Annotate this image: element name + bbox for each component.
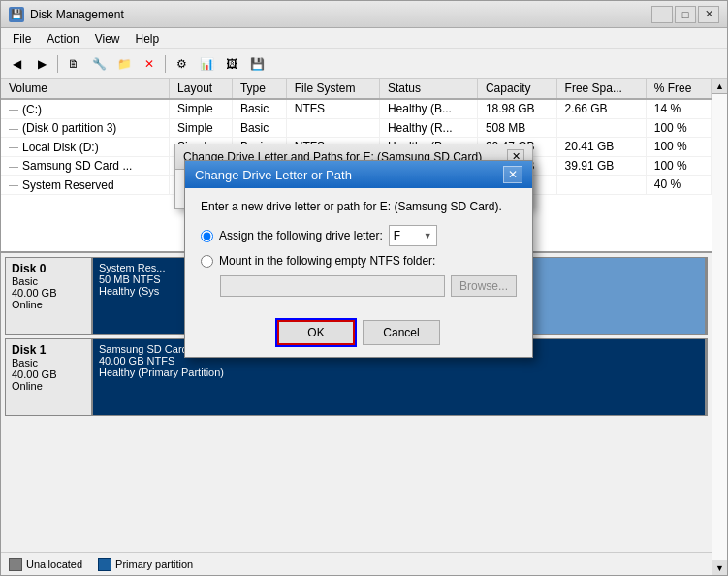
forward-button[interactable]: ▶ <box>30 53 53 75</box>
partition-health: Healthy (Primary Partition) <box>99 367 699 378</box>
cell-volume: — Samsung SD Card ... <box>1 156 170 176</box>
tool-btn-delete[interactable]: ✕ <box>138 53 161 75</box>
radio-assign-label: Assign the following drive letter: <box>219 229 383 242</box>
app-icon: 💾 <box>9 7 24 22</box>
tool-btn-2[interactable]: 🔧 <box>87 53 111 75</box>
radio-mount[interactable] <box>201 255 213 268</box>
close-button[interactable]: ✕ <box>698 6 719 23</box>
window-controls: — □ ✕ <box>651 6 719 23</box>
inner-dialog-buttons: OK Cancel <box>185 320 532 357</box>
tool-btn-7[interactable]: 💾 <box>245 53 269 75</box>
col-freespace: Free Spa... <box>556 79 646 99</box>
tool-btn-5[interactable]: 📊 <box>195 53 218 75</box>
toolbar: ◀ ▶ 🗎 🔧 📁 ✕ ⚙ 📊 🖼 💾 <box>1 49 727 79</box>
inner-dialog-close-button[interactable]: ✕ <box>503 166 522 183</box>
cell-status: Healthy (R... <box>379 118 477 138</box>
table-row[interactable]: — (C:) Simple Basic NTFS Healthy (B... 1… <box>1 99 712 118</box>
cell-free: 39.91 GB <box>556 156 646 176</box>
cell-type: Basic <box>232 99 286 118</box>
title-bar-left: 💾 Disk Management <box>9 7 124 22</box>
col-status: Status <box>379 79 477 99</box>
folder-path-input[interactable] <box>220 275 445 297</box>
cell-pct: 100 % <box>646 138 711 157</box>
col-capacity: Capacity <box>477 79 556 99</box>
scroll-up-button[interactable]: ▲ <box>712 79 727 94</box>
cell-layout: Simple <box>170 118 233 138</box>
cell-pct: 100 % <box>646 156 711 176</box>
scrollbar[interactable]: ▲ ▼ <box>712 79 727 575</box>
chevron-down-icon: ▼ <box>424 231 432 240</box>
toolbar-separator-1 <box>57 55 58 73</box>
menu-action[interactable]: Action <box>39 30 86 48</box>
menu-help[interactable]: Help <box>128 30 168 48</box>
col-filesystem: File System <box>286 79 379 99</box>
cell-free: 2.66 GB <box>556 99 646 118</box>
legend-primary-box <box>98 558 111 571</box>
tool-btn-6[interactable]: 🖼 <box>220 53 243 75</box>
legend-unallocated-box <box>9 558 22 571</box>
tool-btn-1[interactable]: 🗎 <box>62 53 85 75</box>
cell-free <box>556 176 646 195</box>
disk0-size: 40.00 GB <box>12 287 85 299</box>
disk1-size: 40.00 GB <box>12 368 85 380</box>
dialog-description: Enter a new drive letter or path for E: … <box>201 200 517 213</box>
radio-mount-label: Mount in the following empty NTFS folder… <box>219 254 435 268</box>
legend-primary-label: Primary partition <box>115 559 193 570</box>
cell-fs <box>286 118 379 138</box>
window-title: Disk Management <box>30 8 124 21</box>
drive-letter-combo[interactable]: F ▼ <box>389 225 437 246</box>
back-button[interactable]: ◀ <box>5 53 28 75</box>
inner-dialog-ok-button[interactable]: OK <box>277 320 355 345</box>
legend-unallocated: Unallocated <box>9 558 82 571</box>
toolbar-separator-2 <box>165 55 166 73</box>
table-row[interactable]: — (Disk 0 partition 3) Simple Basic Heal… <box>1 118 712 138</box>
legend: Unallocated Primary partition <box>1 552 712 575</box>
radio-mount-row: Mount in the following empty NTFS folder… <box>201 254 517 268</box>
cell-capacity: 18.98 GB <box>477 99 556 118</box>
inner-dialog-body: Enter a new drive letter or path for E: … <box>185 188 532 320</box>
table-header-row: Volume Layout Type File System Status Ca… <box>1 79 712 99</box>
disk0-status: Online <box>12 299 85 310</box>
browse-button[interactable]: Browse... <box>451 275 517 297</box>
minimize-button[interactable]: — <box>651 6 673 23</box>
partition-name: System Res... <box>99 262 182 273</box>
row-icon: — Samsung SD Card ... <box>9 159 132 173</box>
disk0-label: Disk 0 Basic 40.00 GB Online <box>6 258 93 334</box>
menu-view[interactable]: View <box>87 30 128 48</box>
disk1-name: Disk 1 <box>12 343 85 357</box>
cell-volume: — (C:) <box>1 99 170 118</box>
partition-health: Healthy (Sys <box>99 285 182 297</box>
cell-fs: NTFS <box>286 99 379 118</box>
maximize-button[interactable]: □ <box>675 6 696 23</box>
col-freepct: % Free <box>646 79 711 99</box>
disk1-label: Disk 1 Basic 40.00 GB Online <box>6 339 93 415</box>
inner-dialog-title-bar: Change Drive Letter or Path ✕ <box>185 161 532 188</box>
title-bar: 💾 Disk Management — □ ✕ <box>1 1 727 28</box>
inner-dialog-title-text: Change Drive Letter or Path <box>195 168 352 182</box>
radio-assign-row: Assign the following drive letter: F ▼ <box>201 225 517 246</box>
col-type: Type <box>232 79 286 99</box>
tool-btn-4[interactable]: ⚙ <box>170 53 193 75</box>
disk0-partition-sysres[interactable]: System Res... 50 MB NTFS Healthy (Sys <box>93 258 190 334</box>
col-volume: Volume <box>1 79 170 99</box>
row-icon: — (C:) <box>9 103 42 116</box>
row-icon: — System Reserved <box>9 178 114 192</box>
cell-free <box>556 118 646 138</box>
disk0-type: Basic <box>12 275 85 287</box>
cell-status: Healthy (B... <box>379 99 477 118</box>
cell-volume: — Local Disk (D:) <box>1 138 170 157</box>
folder-path-row: Browse... <box>220 275 517 297</box>
radio-assign[interactable] <box>201 230 213 242</box>
cell-type: Basic <box>232 118 286 138</box>
menu-file[interactable]: File <box>5 30 39 48</box>
disk1-type: Basic <box>12 357 85 368</box>
legend-primary: Primary partition <box>98 558 193 571</box>
tool-btn-3[interactable]: 📁 <box>112 53 136 75</box>
drive-letter-value: F <box>394 229 400 242</box>
scroll-track <box>712 94 727 560</box>
disk0-name: Disk 0 <box>12 262 85 275</box>
cell-volume: — (Disk 0 partition 3) <box>1 118 170 138</box>
cell-volume: — System Reserved <box>1 176 170 195</box>
inner-dialog-cancel-button[interactable]: Cancel <box>363 320 440 345</box>
scroll-down-button[interactable]: ▼ <box>712 560 727 575</box>
